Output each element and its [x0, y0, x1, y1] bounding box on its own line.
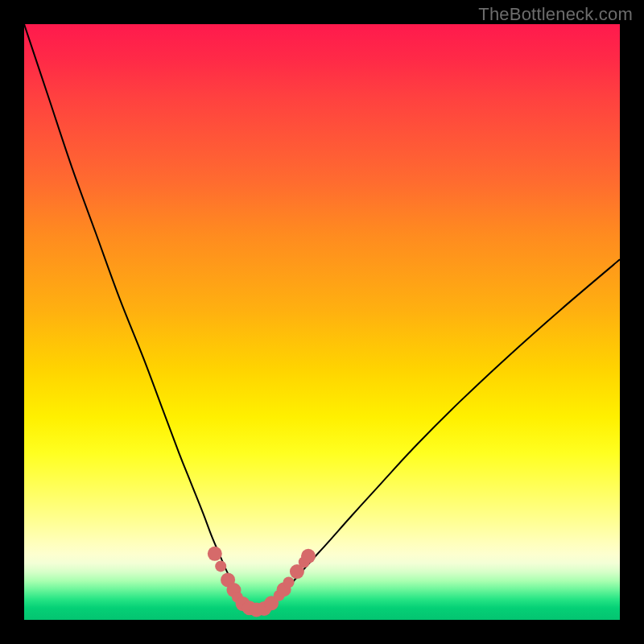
- watermark-text: TheBottleneck.com: [478, 4, 633, 25]
- heat-gradient: [24, 24, 620, 620]
- chart-frame: TheBottleneck.com: [0, 0, 644, 644]
- plot-area: [24, 24, 620, 620]
